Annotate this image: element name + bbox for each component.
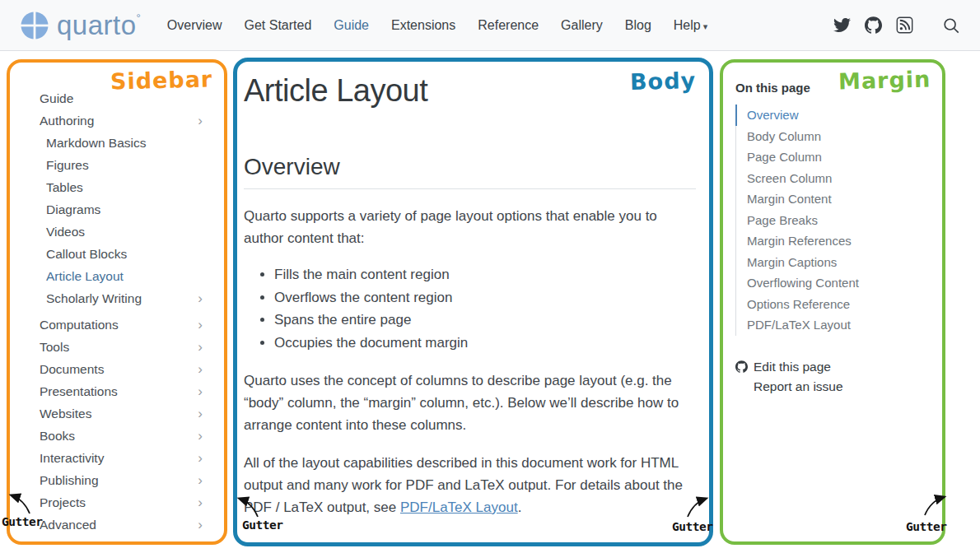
- sidebar-item-callout-blocks[interactable]: Callout Blocks: [40, 243, 203, 265]
- nav-item-guide[interactable]: Guide: [334, 18, 369, 33]
- report-an-issue-link[interactable]: Report an issue: [735, 377, 934, 397]
- sidebar-item-figures[interactable]: Figures: [40, 154, 203, 176]
- list-item: Spans the entire page: [274, 309, 696, 332]
- page-title: Article Layout: [244, 73, 696, 109]
- nav-item-help[interactable]: Help▾: [674, 18, 707, 33]
- rss-icon[interactable]: [896, 16, 913, 34]
- search-icon[interactable]: [942, 16, 960, 35]
- toc-list: Overview Body Column Page Column Screen …: [735, 105, 934, 336]
- quarto-logo-trademark: °: [137, 12, 141, 24]
- top-navbar: quarto ° Overview Get Started Guide Exte…: [0, 0, 980, 51]
- sidebar-item-books[interactable]: Books›: [40, 425, 203, 447]
- navbar-links: Overview Get Started Guide Extensions Re…: [167, 18, 707, 33]
- sidebar-region-annotation: Sidebar Guide Authoring› Markdown Basics…: [7, 59, 227, 545]
- sidebar-nav: Guide Authoring› Markdown Basics Figures…: [10, 63, 224, 536]
- sidebar-item-publishing[interactable]: Publishing›: [40, 469, 203, 491]
- chevron-right-icon: ›: [198, 291, 203, 305]
- twitter-icon[interactable]: [833, 16, 851, 34]
- body-region-annotation: Body Article Layout Overview Quarto supp…: [233, 58, 713, 546]
- github-icon: [735, 360, 748, 373]
- nav-item-get-started[interactable]: Get Started: [244, 18, 311, 33]
- toc-actions: Edit this page Report an issue: [735, 357, 934, 397]
- quarto-logo[interactable]: quarto °: [20, 11, 141, 40]
- sidebar-item-diagrams[interactable]: Diagrams: [40, 198, 203, 221]
- list-item: Overflows the content region: [274, 286, 696, 309]
- pdf-latex-layout-link[interactable]: PDF/LaTeX Layout: [400, 500, 518, 515]
- gutter-label-body-left: Gutter: [242, 518, 282, 532]
- toc-item-page-column[interactable]: Page Column: [735, 146, 934, 168]
- navbar-icons: [833, 16, 960, 35]
- list-item: Fills the main content region: [274, 263, 696, 286]
- margin-region-annotation: Margin On this page Overview Body Column…: [720, 59, 945, 545]
- sidebar-item-interactivity[interactable]: Interactivity›: [40, 447, 203, 469]
- chevron-right-icon: ›: [198, 495, 203, 509]
- toc-item-overview[interactable]: Overview: [735, 105, 934, 126]
- chevron-right-icon: ›: [198, 114, 203, 128]
- chevron-right-icon: ›: [198, 451, 203, 465]
- toc-item-margin-references[interactable]: Margin References: [735, 230, 934, 252]
- margin-region-label: Margin: [838, 67, 931, 95]
- sidebar-item-videos[interactable]: Videos: [40, 221, 203, 243]
- caret-down-icon: ▾: [703, 21, 708, 31]
- toc-item-overflowing-content[interactable]: Overflowing Content: [735, 272, 934, 294]
- toc-item-pdf-latex-layout[interactable]: PDF/LaTeX Layout: [735, 314, 934, 336]
- sidebar-region-label: Sidebar: [110, 66, 212, 94]
- sidebar-item-presentations[interactable]: Presentations›: [40, 380, 203, 402]
- list-item: Occupies the document margin: [274, 332, 696, 355]
- nav-item-reference[interactable]: Reference: [478, 18, 539, 33]
- gutter-arrow-icon: [233, 494, 261, 518]
- layout-options-list: Fills the main content region Overflows …: [274, 263, 696, 354]
- sidebar-item-article-layout[interactable]: Article Layout: [40, 265, 203, 287]
- paragraph-intro: Quarto supports a variety of page layout…: [244, 205, 696, 249]
- nav-item-gallery[interactable]: Gallery: [561, 18, 603, 33]
- nav-item-help-label: Help: [674, 18, 701, 32]
- toc-item-margin-content[interactable]: Margin Content: [735, 188, 934, 210]
- nav-item-blog[interactable]: Blog: [625, 18, 651, 33]
- quarto-logo-text: quarto: [57, 11, 137, 40]
- chevron-right-icon: ›: [198, 407, 203, 421]
- gutter-arrow-icon: [5, 490, 33, 515]
- on-this-page-toc: On this page Overview Body Column Page C…: [723, 63, 942, 397]
- toc-item-page-breaks[interactable]: Page Breaks: [735, 210, 934, 231]
- gutter-label-body-right: Gutter: [672, 520, 712, 533]
- sidebar-item-tables[interactable]: Tables: [40, 176, 203, 198]
- chevron-right-icon: ›: [198, 429, 203, 443]
- chevron-right-icon: ›: [198, 318, 203, 332]
- toc-item-options-reference[interactable]: Options Reference: [735, 294, 934, 315]
- gutter-arrow-icon: [684, 494, 713, 518]
- toc-item-body-column[interactable]: Body Column: [735, 126, 934, 147]
- github-icon[interactable]: [865, 16, 882, 34]
- chevron-right-icon: ›: [198, 518, 203, 532]
- sidebar-item-markdown-basics[interactable]: Markdown Basics: [40, 132, 203, 154]
- chevron-right-icon: ›: [198, 473, 203, 487]
- sidebar-item-websites[interactable]: Websites›: [40, 402, 203, 425]
- gutter-arrow-icon: [921, 492, 952, 517]
- toc-item-margin-captions[interactable]: Margin Captions: [735, 252, 934, 273]
- edit-this-page-link[interactable]: Edit this page: [735, 357, 934, 377]
- sidebar-item-authoring[interactable]: Authoring›: [40, 109, 203, 132]
- sidebar-item-computations[interactable]: Computations›: [40, 314, 203, 336]
- paragraph-columns: Quarto uses the concept of columns to de…: [244, 369, 696, 436]
- nav-item-overview[interactable]: Overview: [167, 18, 222, 33]
- gutter-label-left: Gutter: [2, 515, 42, 528]
- quarto-logo-icon: [20, 11, 49, 40]
- chevron-right-icon: ›: [198, 362, 203, 376]
- chevron-right-icon: ›: [198, 340, 203, 354]
- section-heading-overview: Overview: [244, 154, 696, 189]
- sidebar-item-advanced[interactable]: Advanced›: [40, 514, 203, 536]
- nav-item-extensions[interactable]: Extensions: [391, 18, 455, 33]
- sidebar-item-documents[interactable]: Documents›: [40, 358, 203, 380]
- sidebar-item-projects[interactable]: Projects›: [40, 491, 203, 514]
- article-content: Article Layout Overview Quarto supports …: [237, 62, 709, 518]
- chevron-right-icon: ›: [198, 384, 203, 398]
- paragraph-capabilities: All of the layout capabilities described…: [244, 452, 696, 518]
- sidebar-item-scholarly-writing[interactable]: Scholarly Writing›: [40, 287, 203, 309]
- sidebar-item-tools[interactable]: Tools›: [40, 336, 203, 358]
- body-region-label: Body: [630, 67, 697, 95]
- gutter-label-margin-right: Gutter: [906, 520, 946, 533]
- toc-item-screen-column[interactable]: Screen Column: [735, 168, 934, 189]
